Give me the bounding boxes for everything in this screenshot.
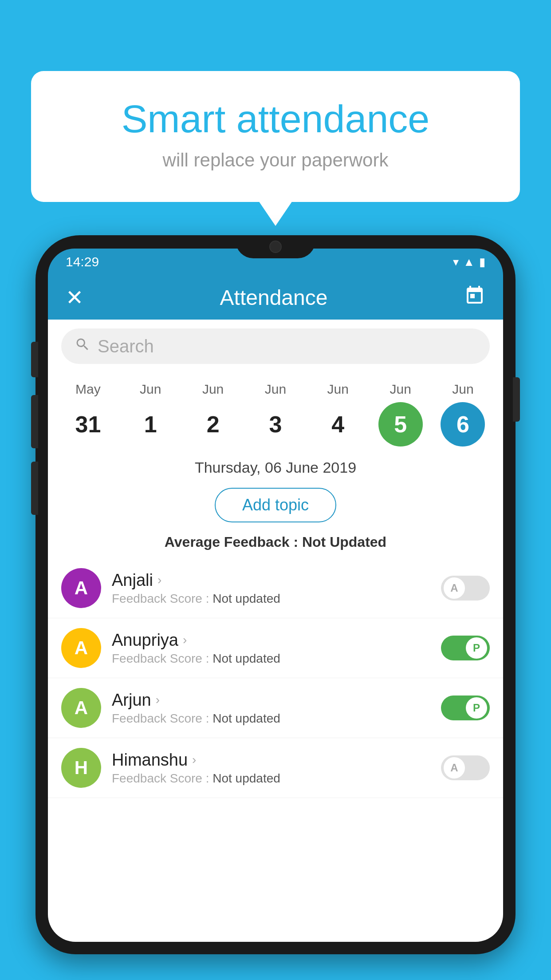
calendar-day[interactable]: Jun6: [436, 382, 489, 447]
student-name: Arjun ›: [112, 691, 430, 710]
chevron-right-icon: ›: [183, 633, 187, 647]
chevron-right-icon: ›: [156, 693, 160, 707]
calendar-date-number: 5: [378, 402, 423, 447]
power-button: [513, 377, 520, 422]
student-feedback-score: Feedback Score : Not updated: [112, 711, 430, 726]
toggle-thumb-label: P: [466, 697, 487, 719]
search-icon: [75, 336, 91, 356]
search-bar[interactable]: Search: [61, 328, 490, 364]
avg-feedback: Average Feedback : Not Updated: [48, 530, 503, 558]
search-placeholder: Search: [98, 336, 154, 356]
student-name: Anjali ›: [112, 571, 430, 590]
selected-date: Thursday, 06 June 2019: [48, 451, 503, 481]
student-feedback-score: Feedback Score : Not updated: [112, 771, 430, 786]
chevron-right-icon: ›: [157, 573, 161, 587]
toggle-thumb-label: A: [444, 757, 465, 778]
volume-down-button: [31, 462, 38, 515]
toggle-thumb-label: A: [444, 577, 465, 599]
calendar-date-number: 31: [66, 402, 110, 447]
chevron-right-icon: ›: [192, 753, 196, 767]
student-item[interactable]: AArjun ›Feedback Score : Not updatedP: [48, 678, 503, 738]
phone-notch: [236, 235, 315, 258]
calendar-month-label: Jun: [202, 382, 224, 397]
speech-bubble-container: Smart attendance will replace your paper…: [31, 71, 520, 202]
toggle-thumb-label: P: [466, 637, 487, 659]
calendar-date-number: 4: [316, 402, 360, 447]
attendance-toggle[interactable]: P: [441, 636, 490, 660]
student-info: Himanshu ›Feedback Score : Not updated: [112, 751, 430, 786]
status-time: 14:29: [66, 254, 99, 269]
calendar-day[interactable]: Jun3: [249, 382, 302, 447]
avatar: A: [61, 628, 101, 668]
silent-button: [31, 342, 38, 377]
phone-screen: Search May31Jun1Jun2Jun3Jun4Jun5Jun6 Thu…: [48, 320, 503, 942]
add-topic-button[interactable]: Add topic: [215, 488, 336, 522]
phone-body: 14:29 ▾ ▲ ▮ ✕ Attendance: [35, 235, 516, 954]
calendar-month-label: May: [75, 382, 101, 397]
student-item[interactable]: AAnupriya ›Feedback Score : Not updatedP: [48, 618, 503, 678]
student-feedback-score: Feedback Score : Not updated: [112, 652, 430, 666]
student-item[interactable]: HHimanshu ›Feedback Score : Not updatedA: [48, 738, 503, 798]
calendar-day[interactable]: Jun4: [311, 382, 365, 447]
calendar-month-label: Jun: [390, 382, 411, 397]
calendar-day[interactable]: May31: [61, 382, 114, 447]
calendar-date-number: 2: [191, 402, 235, 447]
student-info: Arjun ›Feedback Score : Not updated: [112, 691, 430, 726]
attendance-toggle[interactable]: A: [441, 755, 490, 780]
wifi-icon: ▾: [453, 255, 459, 269]
speech-bubble: Smart attendance will replace your paper…: [31, 71, 520, 202]
calendar-month-label: Jun: [327, 382, 349, 397]
calendar-icon[interactable]: [464, 285, 485, 310]
search-container: Search: [48, 320, 503, 373]
calendar-month-label: Jun: [265, 382, 286, 397]
phone-container: 14:29 ▾ ▲ ▮ ✕ Attendance: [35, 235, 516, 980]
avatar: A: [61, 688, 101, 728]
student-list: AAnjali ›Feedback Score : Not updatedAAA…: [48, 558, 503, 798]
student-item[interactable]: AAnjali ›Feedback Score : Not updatedA: [48, 558, 503, 618]
status-icons: ▾ ▲ ▮: [453, 255, 485, 269]
calendar-day[interactable]: Jun2: [186, 382, 240, 447]
calendar-month-label: Jun: [140, 382, 161, 397]
attendance-toggle[interactable]: P: [441, 695, 490, 720]
student-info: Anupriya ›Feedback Score : Not updated: [112, 631, 430, 666]
calendar-day[interactable]: Jun5: [374, 382, 427, 447]
add-topic-container: Add topic: [48, 481, 503, 530]
avatar: A: [61, 568, 101, 608]
calendar-date-number: 1: [128, 402, 173, 447]
calendar-strip: May31Jun1Jun2Jun3Jun4Jun5Jun6: [48, 373, 503, 451]
calendar-date-number: 3: [253, 402, 298, 447]
student-name: Himanshu ›: [112, 751, 430, 770]
avatar: H: [61, 748, 101, 788]
front-camera: [269, 241, 282, 253]
bubble-subtitle: will replace your paperwork: [67, 150, 484, 171]
avg-feedback-label: Average Feedback :: [165, 534, 302, 550]
calendar-month-label: Jun: [452, 382, 473, 397]
calendar-day[interactable]: Jun1: [124, 382, 177, 447]
bubble-title: Smart attendance: [67, 98, 484, 141]
avg-feedback-value: Not Updated: [302, 534, 386, 550]
student-feedback-score: Feedback Score : Not updated: [112, 592, 430, 606]
student-name: Anupriya ›: [112, 631, 430, 650]
battery-icon: ▮: [479, 255, 485, 269]
close-button[interactable]: ✕: [66, 285, 83, 310]
volume-up-button: [31, 395, 38, 448]
attendance-toggle[interactable]: A: [441, 576, 490, 601]
student-info: Anjali ›Feedback Score : Not updated: [112, 571, 430, 606]
app-title: Attendance: [220, 285, 328, 310]
app-header: ✕ Attendance: [48, 275, 503, 320]
calendar-date-number: 6: [441, 402, 485, 447]
signal-icon: ▲: [463, 255, 475, 269]
